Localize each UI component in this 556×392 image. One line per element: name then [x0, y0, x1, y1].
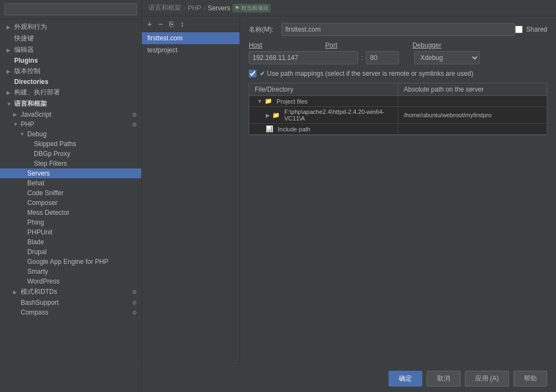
breadcrumb-part2: PHP	[188, 4, 201, 12]
sidebar-item-label: Debug	[27, 130, 46, 138]
sidebar-item-vcs[interactable]: ▶版本控制	[0, 65, 141, 77]
breadcrumb-tag: ⚑ 对当前项目	[232, 4, 271, 13]
arrow-icon: ▶	[7, 47, 12, 53]
sidebar-item-mess-detector[interactable]: Mess Detector	[0, 208, 141, 218]
sidebar-item-label: Composer	[27, 199, 57, 207]
server-path-cell: /home/ubuntu/webroot/myfirstpro	[398, 107, 547, 123]
sidebar-item-label: Blade	[27, 238, 44, 246]
sidebar-item-step-filters[interactable]: Step Filters	[0, 159, 141, 168]
sidebar-item-javascript[interactable]: ▶JavaScript⚙	[0, 110, 141, 119]
sidebar-item-label: 版本控制	[14, 67, 40, 76]
path-mapping-checkbox[interactable]	[249, 70, 256, 77]
sidebar-item-build[interactable]: ▶构建、执行部署	[0, 87, 141, 98]
sidebar-item-dbgp-proxy[interactable]: DBGp Proxy	[0, 149, 141, 159]
move-server-button[interactable]: ↕	[178, 19, 186, 29]
mapping-header: File/Directory Absolute path on the serv…	[249, 83, 547, 96]
breadcrumb-part1: 语言和框架	[148, 3, 181, 13]
host-input[interactable]	[249, 51, 358, 64]
sidebar-item-behat[interactable]: Behat	[0, 178, 141, 188]
gear-icon: ⚙	[132, 122, 137, 128]
copy-server-button[interactable]: ⎘	[167, 19, 176, 29]
mapping-table: File/Directory Absolute path on the serv…	[249, 83, 547, 135]
sidebar-item-shortcuts[interactable]: 快捷键	[0, 33, 141, 44]
sidebar-item-servers[interactable]: Servers	[0, 168, 141, 178]
server-detail-pane: 名称(M): Shared Host Port Debugger	[240, 16, 556, 365]
remove-server-button[interactable]: −	[156, 19, 165, 29]
server-name-input[interactable]	[282, 23, 515, 36]
sidebar-item-label: 外观和行为	[14, 22, 47, 32]
sidebar-item-debug[interactable]: ▼Debug	[0, 129, 141, 139]
sidebar-item-label: Skipped Paths	[34, 140, 76, 148]
server-list-item[interactable]: testproject	[142, 44, 240, 56]
content-panel: 语言和框架 › PHP › Servers ⚑ 对当前项目 + − ⎘ ↕ fi…	[142, 0, 556, 392]
sidebar-item-compass[interactable]: Compass⚙	[0, 307, 141, 317]
breadcrumb-part3: Servers	[208, 4, 230, 12]
debugger-select[interactable]: Xdebug Zend Debugger	[414, 51, 480, 64]
breadcrumb: 语言和框架 › PHP › Servers ⚑ 对当前项目	[142, 0, 556, 16]
sidebar-item-label: DBGp Proxy	[34, 150, 70, 158]
server-toolbar: + − ⎘ ↕	[142, 16, 240, 32]
gear-icon: ⚙	[132, 289, 137, 295]
sidebar-item-label: PHP	[21, 120, 34, 128]
sidebar-item-label: Code Sniffer	[27, 189, 64, 197]
sidebar-item-label: Behat	[27, 179, 44, 187]
sidebar-item-drupal[interactable]: Drupal	[0, 247, 141, 257]
sidebar-item-label: 快捷键	[14, 34, 34, 43]
sidebar-item-skipped-paths[interactable]: Skipped Paths	[0, 139, 141, 149]
split-view: + − ⎘ ↕ firsttest.comtestproject 名称(M): …	[142, 16, 556, 365]
sidebar-item-label: Phing	[27, 219, 44, 226]
sidebar-item-lang-framework[interactable]: ▼语言和框架	[0, 98, 141, 110]
sidebar-item-composer[interactable]: Composer	[0, 198, 141, 208]
sidebar-item-phpunit[interactable]: PHPUnit	[0, 227, 141, 237]
breadcrumb-sep1: ›	[183, 4, 186, 12]
sidebar-item-label: Servers	[27, 170, 50, 177]
help-button[interactable]: 帮助	[513, 371, 547, 387]
sidebar-item-appearance[interactable]: ▶外观和行为	[0, 21, 141, 33]
sidebar-item-label: Directories	[14, 78, 49, 86]
table-row[interactable]: ▼ 📁Project files	[249, 96, 547, 107]
sidebar-item-google-app-engine[interactable]: Google App Engine for PHP	[0, 257, 141, 267]
sidebar-item-label: Plugins	[14, 57, 38, 64]
add-server-button[interactable]: +	[145, 19, 154, 29]
sidebar-item-label: 模式和DTDs	[21, 287, 57, 297]
server-list-item[interactable]: firsttest.com	[142, 32, 240, 44]
sidebar-tree: ▶外观和行为快捷键▶编辑器Plugins▶版本控制Directories▶构建、…	[0, 19, 141, 392]
sidebar-item-directories[interactable]: Directories	[0, 77, 141, 87]
name-label: 名称(M):	[249, 25, 282, 34]
arrow-icon: ▶	[13, 112, 19, 117]
search-input[interactable]	[4, 3, 137, 15]
sidebar-item-blade[interactable]: Blade	[0, 237, 141, 247]
row-name: F:\php\apache2.4\httpd-2.4.20-win64-VC11…	[284, 108, 392, 122]
server-list: firsttest.comtestproject	[142, 32, 240, 365]
bottom-bar: 确定 取消 应用 (A) 帮助	[142, 365, 556, 392]
sidebar-item-smarty[interactable]: Smarty	[0, 267, 141, 276]
sidebar-item-phing[interactable]: Phing	[0, 218, 141, 227]
gear-icon: ⚙	[132, 112, 137, 118]
table-row[interactable]: ▶ 📁F:\php\apache2.4\httpd-2.4.20-win64-V…	[249, 107, 547, 124]
sidebar-item-label: Mess Detector	[27, 209, 69, 216]
port-input[interactable]	[366, 51, 399, 64]
gear-icon: ⚙	[132, 310, 137, 316]
search-container	[0, 0, 141, 19]
breadcrumb-sep2: ›	[204, 4, 206, 12]
shared-row: Shared	[515, 26, 547, 33]
cancel-button[interactable]: 取消	[427, 371, 461, 387]
arrow-icon: ▶	[7, 69, 12, 74]
sidebar-item-label: Step Filters	[34, 160, 67, 167]
sidebar-item-wordpress[interactable]: WordPress	[0, 276, 141, 286]
sidebar-item-editor[interactable]: ▶编辑器	[0, 44, 141, 56]
sidebar-item-bashsupport[interactable]: BashSupport⚙	[0, 298, 141, 307]
sidebar-item-plugins[interactable]: Plugins	[0, 56, 141, 65]
table-row[interactable]: 📊Include path	[249, 124, 547, 135]
sidebar-item-label: JavaScript	[21, 111, 51, 118]
name-row: 名称(M): Shared	[249, 23, 547, 36]
sidebar-item-schemas-dtd[interactable]: ▶模式和DTDs⚙	[0, 286, 141, 298]
sidebar-item-php[interactable]: ▼PHP⚙	[0, 119, 141, 129]
apply-button[interactable]: 应用 (A)	[465, 371, 509, 387]
ok-button[interactable]: 确定	[388, 371, 422, 387]
settings-sidebar: ▶外观和行为快捷键▶编辑器Plugins▶版本控制Directories▶构建、…	[0, 0, 142, 392]
shared-checkbox[interactable]	[515, 26, 523, 33]
file-directory-cell: ▶ 📁F:\php\apache2.4\httpd-2.4.20-win64-V…	[249, 107, 398, 123]
sidebar-item-code-sniffer[interactable]: Code Sniffer	[0, 188, 141, 198]
arrow-icon: ▼	[20, 131, 25, 137]
